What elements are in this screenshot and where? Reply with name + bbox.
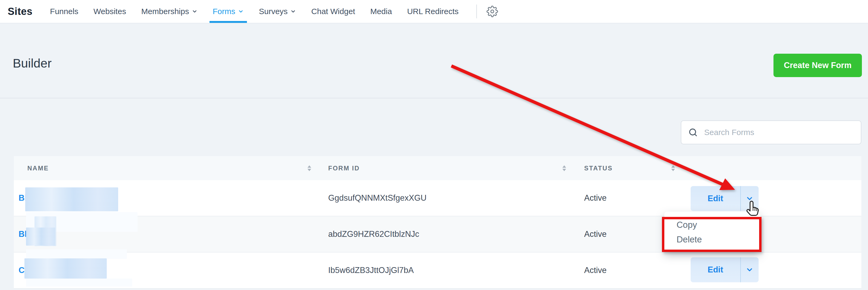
forms-builder-page: Sites Funnels Websites Memberships Forms… <box>0 0 868 290</box>
chevron-down-icon <box>238 8 244 14</box>
sort-icon[interactable] <box>671 165 675 171</box>
table-row: Bl GgdsufQNNMXtSfgexXGU Active Edit <box>14 180 861 216</box>
chevron-down-icon <box>192 8 197 14</box>
redaction-blur <box>24 258 107 279</box>
nav-item-label: Memberships <box>141 7 189 16</box>
forms-list-section: NAME FORM ID STATUS <box>0 98 868 290</box>
column-label: FORM ID <box>328 165 360 172</box>
nav-item-label: Chat Widget <box>311 7 355 16</box>
nav-item-label: Websites <box>93 7 126 16</box>
column-header-form-id: FORM ID <box>319 156 574 180</box>
nav-item-label: URL Redirects <box>407 7 459 16</box>
nav-divider <box>476 4 477 18</box>
redaction-blur <box>26 228 55 245</box>
create-new-form-button[interactable]: Create New Form <box>773 54 862 77</box>
redaction-blur <box>26 249 127 259</box>
edit-button[interactable]: Edit <box>691 186 740 211</box>
column-header-status: STATUS <box>574 156 682 180</box>
column-label: STATUS <box>584 165 613 172</box>
status-badge: Active <box>574 193 682 203</box>
edit-split-button[interactable]: Edit <box>691 186 758 211</box>
search-icon <box>688 127 698 137</box>
sort-icon[interactable] <box>562 165 566 171</box>
chevron-down-icon <box>746 195 753 203</box>
table-header-row: NAME FORM ID STATUS <box>14 156 861 180</box>
annotation-highlight-box <box>662 217 762 252</box>
table-row: Ca Ib5w6dZB3JttOJjGl7bA Active Edit <box>14 253 861 289</box>
chevron-down-icon <box>290 8 296 14</box>
form-name-link[interactable]: Bl <box>19 229 27 239</box>
nav-item-media[interactable]: Media <box>370 0 392 23</box>
nav-item-label: Surveys <box>259 7 287 16</box>
nav-item-label: Media <box>370 7 392 16</box>
edit-split-button[interactable]: Edit <box>691 257 758 282</box>
search-input[interactable] <box>704 127 854 137</box>
page-header-section: Builder Create New Form <box>0 23 868 98</box>
chevron-down-icon <box>746 266 753 274</box>
edit-dropdown-toggle[interactable] <box>740 257 758 282</box>
redaction-blur <box>25 187 118 211</box>
form-id-cell: Ib5w6dZB3JttOJjGl7bA <box>319 265 574 275</box>
brand-sites: Sites <box>8 6 32 17</box>
nav-item-surveys[interactable]: Surveys <box>259 0 296 23</box>
column-header-actions <box>682 156 861 180</box>
form-id-cell: GgdsufQNNMXtSfgexXGU <box>319 193 574 203</box>
nav-item-websites[interactable]: Websites <box>93 0 126 23</box>
nav-item-chat-widget[interactable]: Chat Widget <box>311 0 355 23</box>
top-nav: Sites Funnels Websites Memberships Forms… <box>0 0 868 23</box>
edit-button[interactable]: Edit <box>691 257 740 282</box>
status-badge: Active <box>574 265 682 275</box>
nav-item-forms[interactable]: Forms <box>213 0 244 23</box>
column-header-name: NAME <box>14 156 319 180</box>
page-title: Builder <box>13 56 52 70</box>
nav-item-memberships[interactable]: Memberships <box>141 0 197 23</box>
edit-dropdown-toggle[interactable] <box>740 186 758 211</box>
nav-item-funnels[interactable]: Funnels <box>50 0 78 23</box>
redaction-blur <box>26 279 132 287</box>
gear-icon[interactable] <box>487 6 498 17</box>
sort-icon[interactable] <box>308 165 311 171</box>
column-label: NAME <box>27 165 49 172</box>
nav-item-url-redirects[interactable]: URL Redirects <box>407 0 459 23</box>
form-id-cell: abdZG9HZR62CItblzNJc <box>319 229 574 239</box>
search-forms-box[interactable] <box>681 120 861 144</box>
nav-item-label: Funnels <box>50 7 78 16</box>
nav-item-label: Forms <box>213 7 235 16</box>
